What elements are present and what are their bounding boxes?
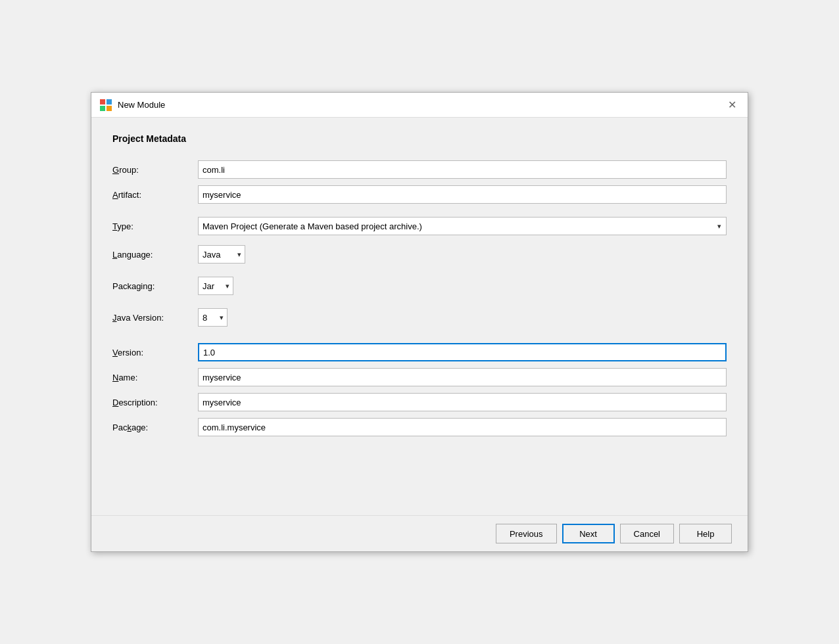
app-icon [99,99,112,112]
java-version-select-wrapper: 8 11 17 [198,305,727,330]
next-button[interactable]: Next [562,524,615,543]
java-version-select[interactable]: 8 11 17 [198,308,228,327]
group-label: Group: [112,160,198,180]
svg-rect-3 [107,106,112,111]
dialog-content: Project Metadata Group: Artifact: [91,118,748,515]
title-bar-left: New Module [99,99,165,112]
version-input[interactable] [198,343,727,361]
packaging-select-container: Jar War [198,277,233,295]
description-label: Description: [112,392,198,413]
group-input[interactable] [198,160,727,179]
type-label: Type: [112,216,198,237]
artifact-label: Artifact: [112,185,198,205]
package-label: Package: [112,417,198,438]
java-version-select-container: 8 11 17 [198,308,228,327]
spacer-2 [112,333,727,340]
language-select-container: Java Kotlin Groovy [198,245,245,264]
java-version-label: Java Version: [112,308,198,328]
new-module-dialog: New Module ✕ Project Metadata Group: Art… [91,92,748,552]
dialog-title: New Module [118,100,165,110]
name-label: Name: [112,367,198,388]
language-label: Language: [112,244,198,265]
type-select-wrapper: Maven Project (Generate a Maven based pr… [198,217,727,235]
previous-button[interactable]: Previous [496,524,557,543]
packaging-select-wrapper: Jar War [198,273,727,298]
svg-rect-0 [100,99,105,104]
dialog-footer: Previous Next Cancel Help [91,515,748,551]
section-title: Project Metadata [112,133,727,144]
form-grid: Group: Artifact: Type: Mav [112,157,727,440]
language-select-wrapper: Java Kotlin Groovy [198,242,727,267]
version-label: Version: [112,342,198,363]
spacer-1 [112,207,727,214]
name-input[interactable] [198,368,727,386]
close-button[interactable]: ✕ [724,97,740,113]
cancel-button[interactable]: Cancel [620,524,674,543]
title-bar: New Module ✕ [91,93,748,118]
artifact-input[interactable] [198,185,727,204]
packaging-label: Packaging: [112,276,198,296]
svg-rect-2 [100,106,105,111]
language-select[interactable]: Java Kotlin Groovy [198,245,245,264]
packaging-select[interactable]: Jar War [198,277,233,295]
package-input[interactable] [198,418,727,436]
description-input[interactable] [198,393,727,411]
type-select[interactable]: Maven Project (Generate a Maven based pr… [198,217,727,235]
help-button[interactable]: Help [679,524,732,543]
svg-rect-1 [107,99,112,104]
